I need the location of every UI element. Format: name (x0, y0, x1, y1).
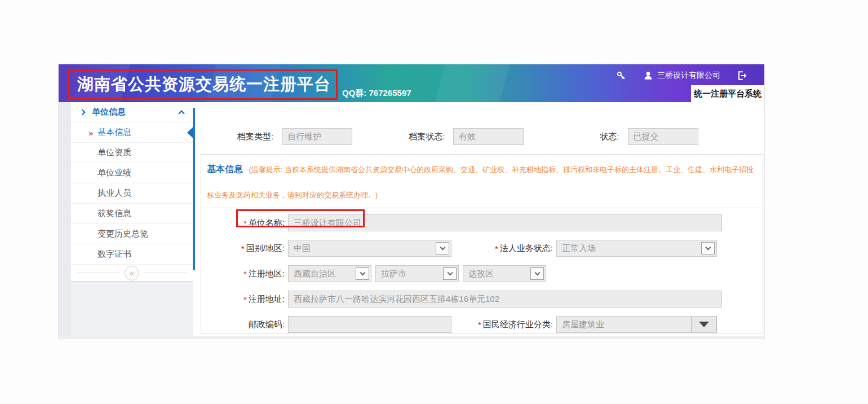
required-asterisk: * (243, 269, 247, 279)
field-label: * 注册地区: (201, 269, 285, 279)
province-select[interactable]: 西藏自治区 (288, 265, 371, 282)
select-arrow-icon[interactable] (443, 267, 457, 280)
field-label: * 注册地址: (201, 294, 285, 305)
status-input: 已提交 (628, 128, 698, 145)
sidebar-item-practitioners[interactable]: 执业人员 (71, 183, 193, 204)
panel-notice: (温馨提示: 当前本系统提供湖南省公共资源交易中心的政府采购、交通、矿业权、补充… (207, 165, 754, 199)
required-asterisk: * (243, 295, 247, 304)
select-arrow-icon[interactable] (356, 267, 369, 280)
active-marker-icon: » (88, 128, 93, 137)
sidebar-collapse-bar: « (71, 265, 193, 282)
field-label: * 国别/地区: (201, 243, 285, 254)
company-name: 三桥设计有限公司 (657, 71, 720, 81)
dropdown-arrow-button[interactable] (691, 316, 716, 333)
title-annotation-redbox: 湖南省公共资源交易统一注册平台 (68, 69, 338, 100)
sidebar-item-digital-certificate[interactable]: 数字证书 (71, 244, 193, 265)
field-archive-type: 档案类型: 自行维护 (237, 128, 352, 145)
basic-info-panel: 基本信息 (温馨提示: 当前本系统提供湖南省公共资源交易中心的政府采购、交通、矿… (201, 154, 763, 333)
user-info[interactable]: 三桥设计有限公司 (643, 71, 720, 81)
sidebar-item-label: 单位资质 (98, 147, 131, 158)
sidebar-group-label: 单位信息 (92, 107, 126, 117)
form-row-postal-industry: * 邮政编码: * 国民经济行业分类: 房屋建筑业 (201, 316, 763, 333)
tab-unified-registration-system[interactable]: 统一注册平台系统 (691, 85, 764, 102)
sidebar: 单位信息 » 基本信息 单位资质 单位业绩 执业人 (71, 102, 193, 336)
sidebar-item-label: 执业人员 (98, 188, 131, 199)
field-label: 档案类型: (237, 131, 273, 142)
field-archive-status: 档案状态: 有效 (409, 128, 524, 145)
qq-group-text: QQ群: 767265597 (342, 88, 411, 99)
required-asterisk: * (495, 244, 498, 253)
required-asterisk: * (243, 218, 247, 228)
unit-name-input[interactable]: 三桥设计有限公司 (288, 214, 722, 231)
form-row-country-legalstatus: * 国别/地区: 中国 * 法人业务状态: (201, 240, 763, 257)
select-arrow-icon[interactable] (701, 242, 715, 254)
field-label: 档案状态: (409, 131, 445, 142)
sidebar-item-unit-qualification[interactable]: 单位资质 (71, 143, 193, 163)
sidebar-menu: 单位信息 » 基本信息 单位资质 单位业绩 执业人 (71, 102, 193, 282)
sidebar-empty-area (71, 282, 193, 336)
sidebar-group-unit-info[interactable]: 单位信息 (71, 102, 193, 122)
address-input[interactable]: 西藏拉萨市八一路哈达滨河花园西区五排4栋16单元102 (288, 291, 722, 308)
sidebar-item-awards[interactable]: 获奖信息 (71, 204, 193, 224)
chevron-up-icon (178, 110, 184, 116)
panel-title: 基本信息 (207, 164, 243, 174)
header-actions: 三桥设计有限公司 (616, 68, 747, 83)
field-label: * 法人业务状态: (451, 243, 553, 254)
page: 湖南省公共资源交易统一注册平台 QQ群: 767265597 三桥设计有限公司 (0, 0, 868, 404)
triangle-down-icon (699, 322, 709, 327)
field-status: 状态: 已提交 (600, 128, 698, 145)
sidebar-item-label: 基本信息 (98, 127, 131, 138)
field-label: 状态: (600, 131, 619, 142)
panel-header: 基本信息 (温馨提示: 当前本系统提供湖南省公共资源交易中心的政府采购、交通、矿… (201, 155, 763, 208)
page-title: 湖南省公共资源交易统一注册平台 (70, 73, 331, 96)
archive-status-input: 有效 (453, 128, 524, 145)
form-row-address: * 注册地址: 西藏拉萨市八一路哈达滨河花园西区五排4栋16单元102 (201, 291, 763, 308)
arrow-right-icon (79, 109, 85, 115)
city-select[interactable]: 拉萨市 (375, 265, 459, 282)
field-label: * 国民经济行业分类: (451, 319, 553, 330)
collapse-sidebar-button[interactable]: « (125, 266, 139, 280)
key-icon[interactable] (616, 71, 626, 81)
sidebar-item-label: 单位业绩 (98, 168, 131, 178)
country-select[interactable]: 中国 (288, 240, 451, 257)
required-asterisk: * (241, 244, 245, 253)
form-row-unit-name: * 单位名称: 三桥设计有限公司 (201, 214, 763, 231)
select-arrow-icon[interactable] (436, 242, 449, 254)
app-window: 湖南省公共资源交易统一注册平台 QQ群: 767265597 三桥设计有限公司 (58, 64, 765, 339)
main-content: 档案类型: 自行维护 档案状态: 有效 状态: 已提交 基本信息 (195, 102, 764, 336)
field-label: * 单位名称: (201, 218, 285, 229)
basic-info-form: * 单位名称: 三桥设计有限公司 * 国别/地区: 中国 (201, 208, 763, 333)
legal-status-select[interactable]: 正常入场 (556, 240, 717, 257)
divider (77, 273, 120, 273)
sidebar-item-basic-info[interactable]: » 基本信息 (71, 122, 193, 143)
form-row-region: * 注册地区: 西藏自治区 拉萨市 (201, 265, 763, 282)
postal-code-input[interactable] (288, 316, 451, 333)
archive-type-input: 自行维护 (282, 128, 352, 145)
sidebar-item-label: 获奖信息 (98, 208, 131, 219)
sidebar-item-label: 数字证书 (98, 249, 131, 260)
status-bar: 档案类型: 自行维护 档案状态: 有效 状态: 已提交 (195, 102, 764, 145)
select-arrow-icon[interactable] (530, 267, 544, 280)
district-select[interactable]: 达孜区 (463, 265, 546, 282)
app-header: 湖南省公共资源交易统一注册平台 QQ群: 767265597 三桥设计有限公司 (59, 64, 764, 102)
user-icon (643, 71, 653, 81)
sidebar-item-unit-performance[interactable]: 单位业绩 (71, 163, 193, 183)
left-gutter (59, 102, 71, 336)
required-asterisk: * (478, 320, 481, 330)
sidebar-item-label: 变更历史总览 (98, 229, 148, 239)
industry-select[interactable]: 房屋建筑业 (556, 316, 717, 333)
sidebar-item-change-history[interactable]: 变更历史总览 (71, 224, 193, 244)
app-body: 单位信息 » 基本信息 单位资质 单位业绩 执业人 (59, 102, 764, 336)
field-label: * 邮政编码: (201, 319, 285, 330)
logout-icon[interactable] (737, 71, 747, 81)
divider (144, 273, 187, 273)
